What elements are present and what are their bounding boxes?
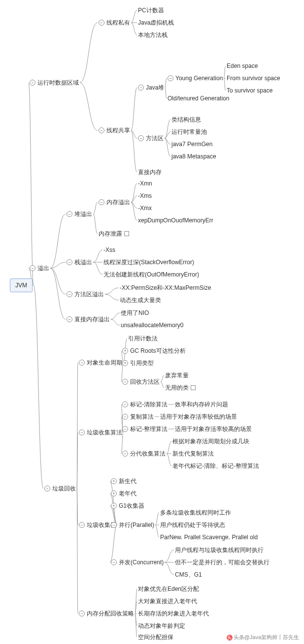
- toggle-icon[interactable]: +: [111, 491, 117, 496]
- label: 老年代: [119, 489, 136, 498]
- node-c2c[interactable]: −标记-整理算法: [122, 425, 168, 433]
- node-c3e[interactable]: −并发(Concurrent): [111, 558, 164, 567]
- toggle-icon[interactable]: −: [44, 486, 50, 491]
- toggle-icon[interactable]: +: [111, 478, 117, 484]
- toggle-icon[interactable]: −: [67, 259, 72, 265]
- label: 长期存活的对象进入老年代: [138, 609, 209, 618]
- toggle-icon[interactable]: −: [99, 20, 104, 26]
- node-a2b[interactable]: −方法区: [138, 134, 164, 143]
- label: 复制算法: [130, 412, 154, 421]
- node-b[interactable]: −溢出: [30, 264, 49, 273]
- label: 类结构信息: [171, 115, 201, 124]
- node-c2b[interactable]: −复制算法: [122, 412, 154, 421]
- toggle-icon[interactable]: −: [79, 429, 85, 435]
- toggle-icon[interactable]: −: [111, 522, 117, 528]
- toggle-icon[interactable]: −: [79, 360, 85, 366]
- node-c2d[interactable]: −分代收集算法: [122, 449, 166, 458]
- label: 标记-清除算法: [130, 400, 168, 409]
- node-c1b[interactable]: +GC Roots可达性分析: [122, 346, 186, 355]
- label: 根据对象存活周期划分成几块: [172, 437, 249, 446]
- node-c4a: 对象优先在Eden区分配: [138, 584, 199, 593]
- label: 垃圾回收: [52, 484, 76, 493]
- node-c2a[interactable]: −标记-清除算法: [122, 400, 168, 409]
- node-b1a4: xepDumpOnOuofMemoryErr: [138, 216, 213, 225]
- label: 适用于对象存活率较低的场景: [160, 412, 237, 421]
- node-c1c[interactable]: +引用类型: [122, 359, 154, 368]
- label: 对象优先在Eden区分配: [138, 584, 199, 593]
- node-c[interactable]: −垃圾回收: [44, 484, 76, 493]
- label: Old/tenured Generation: [168, 94, 229, 103]
- label: -Xss: [103, 245, 115, 254]
- toggle-icon[interactable]: −: [122, 451, 128, 457]
- label: 堆溢出: [74, 210, 92, 218]
- label: 引用计数法: [128, 334, 158, 343]
- collapsed-icon[interactable]: [191, 385, 196, 390]
- label: 并行(Parallel): [119, 521, 154, 529]
- label: -Xms: [138, 191, 152, 200]
- label: 用户线程仍处于等待状态: [160, 521, 225, 529]
- node-a2a[interactable]: −Java堆: [138, 83, 164, 92]
- toggle-icon[interactable]: −: [138, 85, 144, 91]
- label: 动态对象年龄判定: [138, 621, 185, 630]
- node-b1a[interactable]: −内存溢出: [99, 198, 130, 207]
- node-a1a: PC计数器: [138, 6, 164, 15]
- label: -XX:PermSize和-XX:MaxPermSize: [120, 283, 211, 292]
- node-c3a[interactable]: +新生代: [111, 477, 136, 486]
- node-c3d2: 用户线程仍处于等待状态: [160, 521, 225, 529]
- node-c3b[interactable]: +老年代: [111, 489, 136, 498]
- node-c4e: 空间分配担保: [138, 633, 173, 642]
- node-c4[interactable]: −内存分配回收策略: [79, 609, 134, 618]
- collapsed-icon[interactable]: [124, 231, 129, 236]
- node-c3c[interactable]: +G1收集器: [111, 501, 144, 510]
- node-c1[interactable]: −对象生命周期: [79, 358, 122, 367]
- node-c3d3: ParNew. Prallel Scavenge. Prallel old: [160, 533, 258, 542]
- toggle-icon[interactable]: +: [111, 503, 117, 509]
- label: -Xmx: [138, 204, 152, 213]
- label: 新生代: [119, 477, 136, 486]
- node-c4d: 动态对象年龄判定: [138, 621, 185, 630]
- toggle-icon[interactable]: −: [122, 379, 128, 385]
- toggle-icon[interactable]: −: [122, 401, 128, 407]
- toggle-icon[interactable]: −: [30, 80, 35, 86]
- toggle-icon[interactable]: −: [67, 211, 72, 217]
- label: 新生代复制算法: [172, 449, 214, 458]
- node-a1[interactable]: −线程私有: [99, 18, 130, 27]
- label: xepDumpOnOuofMemoryErr: [138, 216, 213, 225]
- toggle-icon[interactable]: −: [99, 127, 104, 133]
- node-b3[interactable]: −方法区溢出: [67, 290, 104, 299]
- toggle-icon[interactable]: −: [99, 199, 104, 205]
- toggle-icon[interactable]: −: [79, 611, 85, 616]
- node-a2a1[interactable]: −Young Generation: [168, 74, 223, 83]
- toggle-icon[interactable]: +: [122, 360, 128, 366]
- toggle-icon[interactable]: −: [79, 522, 85, 528]
- label: 垃圾收集算法: [87, 428, 122, 437]
- node-b4[interactable]: −直接内存溢出: [67, 315, 110, 324]
- node-a2[interactable]: −线程共享: [99, 126, 130, 135]
- node-b2[interactable]: −栈溢出: [67, 258, 92, 267]
- label: 空间分配担保: [138, 633, 173, 642]
- label: Java虚拟机栈: [138, 18, 174, 27]
- label: ParNew. Prallel Scavenge. Prallel old: [160, 533, 258, 542]
- node-c1d[interactable]: −回收方法区: [122, 377, 160, 386]
- node-b4b: unsafeallocateMemory0: [121, 321, 183, 330]
- toggle-icon[interactable]: −: [111, 559, 117, 565]
- label: 并发(Concurrent): [119, 558, 164, 567]
- label: CMS、G1: [175, 570, 202, 579]
- node-a[interactable]: −运行时数据区域: [30, 78, 79, 87]
- label: 内存泄露: [99, 229, 122, 238]
- toggle-icon[interactable]: −: [30, 265, 35, 271]
- toggle-icon[interactable]: −: [67, 291, 72, 297]
- node-c3d[interactable]: −并行(Parallel): [111, 521, 154, 529]
- toggle-icon[interactable]: −: [122, 426, 128, 432]
- toggle-icon[interactable]: +: [122, 348, 128, 354]
- toggle-icon[interactable]: −: [122, 414, 128, 420]
- node-c2[interactable]: −垃圾收集算法: [79, 428, 122, 437]
- label: 内存分配回收策略: [87, 609, 134, 618]
- toggle-icon[interactable]: −: [67, 316, 72, 322]
- label: 方法区溢出: [74, 290, 104, 299]
- toggle-icon[interactable]: −: [138, 135, 144, 141]
- toggle-icon[interactable]: −: [168, 75, 173, 81]
- node-c1a: 引用计数法: [128, 334, 158, 343]
- node-a2a1c: To survivor space: [227, 86, 272, 95]
- node-b1[interactable]: −堆溢出: [67, 210, 92, 218]
